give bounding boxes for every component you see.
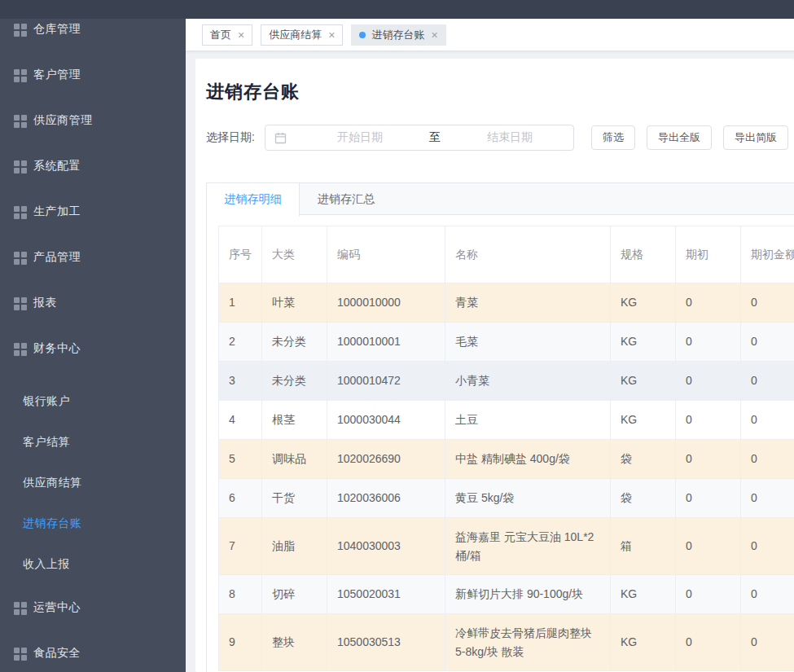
content-tabs-box: 进销存明细进销存汇总 序号大类编码名称规格期初期初金额 1叶菜100001000… <box>206 182 794 672</box>
top-dark-bar <box>0 0 794 19</box>
end-date-placeholder[interactable]: 结束日期 <box>446 130 573 145</box>
sidebar-item-运营中心[interactable]: 运营中心 <box>0 585 186 630</box>
cell-opening_amount: 0 <box>741 362 794 401</box>
cell-opening: 0 <box>676 479 741 518</box>
sidebar-item-供应商管理[interactable]: 供应商管理 <box>0 98 186 143</box>
tab-进销存汇总[interactable]: 进销存汇总 <box>300 183 393 216</box>
cell-seq: 5 <box>219 440 262 479</box>
cell-opening: 0 <box>676 575 741 614</box>
cell-spec: KG <box>611 575 676 614</box>
column-header: 期初金额 <box>741 226 794 283</box>
cell-name: 中盐 精制碘盐 400g/袋 <box>445 440 611 479</box>
grid-menu-icon <box>14 206 26 218</box>
cell-opening_amount: 0 <box>741 440 794 479</box>
cell-seq: 6 <box>219 479 262 518</box>
sidebar-subitem-客户结算[interactable]: 客户结算 <box>0 422 186 463</box>
close-icon[interactable]: × <box>431 29 437 41</box>
inventory-table: 序号大类编码名称规格期初期初金额 1叶菜1000010000青菜KG002未分类… <box>218 226 794 671</box>
cell-seq: 9 <box>219 614 262 671</box>
table-row: 5调味品1020026690中盐 精制碘盐 400g/袋袋00 <box>219 440 794 479</box>
cell-name: 青菜 <box>445 283 611 323</box>
tab-进销存明细[interactable]: 进销存明细 <box>207 183 300 217</box>
cell-opening_amount: 0 <box>741 323 794 362</box>
sidebar-item-label: 供应商管理 <box>33 113 93 128</box>
cell-name: 小青菜 <box>445 362 611 401</box>
grid-menu-icon <box>14 160 26 173</box>
cell-spec: KG <box>611 323 676 362</box>
filter-row: 选择日期: 开始日期 至 结束日期 筛选 导出全版 导出简版 <box>206 125 788 151</box>
cell-seq: 3 <box>219 362 262 401</box>
tag-供应商结算[interactable]: 供应商结算× <box>261 24 343 46</box>
sidebar-item-label: 运营中心 <box>33 600 81 615</box>
start-date-placeholder[interactable]: 开始日期 <box>296 130 423 145</box>
cell-name: 冷鲜带皮去骨猪后腿肉整块 5-8kg/块 散装 <box>445 614 611 671</box>
tags-bar: 首页×供应商结算×进销存台账× <box>186 19 794 51</box>
table-row: 8切碎1050020031新鲜切片大排 90-100g/块KG00 <box>219 575 794 614</box>
sidebar-item-客户管理[interactable]: 客户管理 <box>0 52 186 98</box>
tag-进销存台账[interactable]: 进销存台账× <box>351 24 445 46</box>
cell-name: 毛菜 <box>445 323 611 362</box>
sidebar-subitem-进销存台账[interactable]: 进销存台账 <box>0 503 186 544</box>
sidebar-item-产品管理[interactable]: 产品管理 <box>0 235 186 280</box>
cell-opening_amount: 0 <box>741 575 794 614</box>
cell-opening_amount: 0 <box>741 614 794 671</box>
date-separator: 至 <box>423 130 446 145</box>
sidebar-nav: 仓库管理客户管理供应商管理系统配置生产加工产品管理报表财务中心银行账户客户结算供… <box>0 19 186 672</box>
grid-menu-icon <box>14 115 26 127</box>
sidebar-item-仓库管理[interactable]: 仓库管理 <box>0 19 186 52</box>
sidebar-item-label: 产品管理 <box>33 250 81 265</box>
export-full-button[interactable]: 导出全版 <box>647 125 712 150</box>
sidebar-subitem-label: 客户结算 <box>23 435 70 450</box>
filter-button[interactable]: 筛选 <box>591 125 635 150</box>
tag-label: 首页 <box>210 28 231 42</box>
cell-opening: 0 <box>676 401 741 440</box>
grid-menu-icon <box>14 602 26 614</box>
close-icon[interactable]: × <box>238 29 244 41</box>
sidebar-item-label: 仓库管理 <box>33 22 81 37</box>
column-header: 序号 <box>219 226 262 283</box>
grid-menu-icon <box>14 252 26 264</box>
app-sidebar: 仓库管理客户管理供应商管理系统配置生产加工产品管理报表财务中心银行账户客户结算供… <box>0 19 186 672</box>
sidebar-subitem-label: 进销存台账 <box>23 516 82 531</box>
sidebar-subitem-label: 供应商结算 <box>23 476 82 490</box>
sidebar-item-财务中心[interactable]: 财务中心 <box>0 326 186 371</box>
grid-menu-icon <box>14 69 26 81</box>
cell-opening: 0 <box>676 323 741 362</box>
sidebar-item-label: 生产加工 <box>33 204 81 219</box>
cell-category: 叶菜 <box>262 283 327 323</box>
page-title: 进销存台账 <box>206 80 794 104</box>
table-row: 6干货1020036006黄豆 5kg/袋袋00 <box>219 479 794 518</box>
table-row: 3未分类1000010472小青菜KG00 <box>219 362 794 401</box>
cell-name: 益海嘉里 元宝大豆油 10L*2桶/箱 <box>445 518 611 575</box>
sidebar-subitem-label: 收入上报 <box>23 557 70 572</box>
export-simple-button[interactable]: 导出简版 <box>723 125 788 150</box>
app-root: 仓库管理客户管理供应商管理系统配置生产加工产品管理报表财务中心银行账户客户结算供… <box>0 0 794 672</box>
cell-code: 1040030003 <box>327 518 445 575</box>
table-header-row: 序号大类编码名称规格期初期初金额 <box>219 226 794 283</box>
tag-label: 供应商结算 <box>269 28 322 42</box>
close-icon[interactable]: × <box>328 29 335 41</box>
cell-spec: 箱 <box>611 518 676 575</box>
sidebar-item-系统配置[interactable]: 系统配置 <box>0 143 186 189</box>
sidebar-subitem-银行账户[interactable]: 银行账户 <box>0 381 186 422</box>
cell-spec: 袋 <box>611 440 676 479</box>
tag-首页[interactable]: 首页× <box>202 24 252 46</box>
cell-category: 调味品 <box>262 440 327 479</box>
cell-name: 土豆 <box>445 401 611 440</box>
cell-spec: KG <box>611 401 676 440</box>
cell-code: 1000010000 <box>327 283 445 323</box>
cell-code: 1000030044 <box>327 401 445 440</box>
cell-seq: 7 <box>219 518 262 575</box>
cell-opening: 0 <box>676 518 741 575</box>
sidebar-subitem-供应商结算[interactable]: 供应商结算 <box>0 463 186 503</box>
sidebar-subitem-收入上报[interactable]: 收入上报 <box>0 544 186 585</box>
date-range-input[interactable]: 开始日期 至 结束日期 <box>265 125 574 151</box>
cell-opening_amount: 0 <box>741 479 794 518</box>
sidebar-item-生产加工[interactable]: 生产加工 <box>0 189 186 235</box>
cell-category: 未分类 <box>262 323 327 362</box>
cell-code: 1050020031 <box>327 575 445 614</box>
cell-opening_amount: 0 <box>741 401 794 440</box>
sidebar-item-食品安全[interactable]: 食品安全 <box>0 630 186 672</box>
cell-name: 新鲜切片大排 90-100g/块 <box>445 575 611 614</box>
sidebar-item-报表[interactable]: 报表 <box>0 280 186 326</box>
